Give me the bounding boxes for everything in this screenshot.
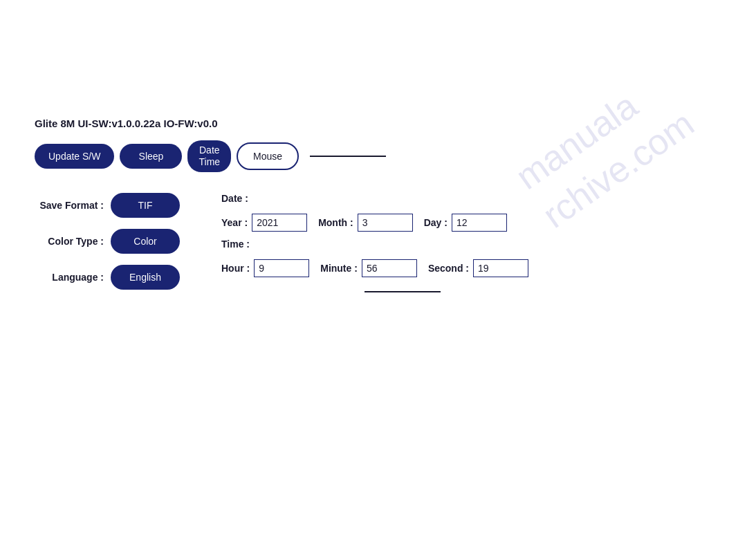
date-time-button[interactable]: Date Time	[187, 140, 231, 172]
top-buttons-row: Update S/W Sleep Date Time Mouse	[35, 140, 528, 172]
language-button[interactable]: English	[111, 265, 180, 290]
second-group: Second :	[428, 259, 528, 277]
time-row: Hour : Minute : Second :	[221, 259, 528, 277]
day-group: Day :	[424, 214, 507, 232]
time-section-label: Time :	[221, 239, 528, 250]
day-input[interactable]	[452, 214, 507, 232]
year-input[interactable]	[252, 214, 307, 232]
update-sw-button[interactable]: Update S/W	[35, 144, 114, 169]
second-label: Second :	[428, 263, 469, 274]
minute-label: Minute :	[320, 263, 358, 274]
language-label: Language :	[35, 272, 104, 283]
date-time-line1: Date	[199, 144, 220, 156]
hour-group: Hour :	[221, 259, 309, 277]
version-title: Glite 8M UI-SW:v1.0.0.22a IO-FW:v0.0	[35, 118, 528, 129]
date-time-line2: Time	[199, 156, 220, 167]
date-row: Year : Month : Day :	[221, 214, 528, 232]
hour-input[interactable]	[254, 259, 309, 277]
save-format-label: Save Format :	[35, 200, 104, 211]
color-type-row: Color Type : Color	[35, 229, 180, 254]
color-type-label: Color Type :	[35, 236, 104, 247]
watermark: manualarchive.com	[507, 62, 703, 239]
minute-group: Minute :	[320, 259, 417, 277]
date-section-label: Date :	[221, 193, 528, 204]
color-type-button[interactable]: Color	[111, 229, 180, 254]
top-divider-line	[310, 156, 386, 157]
content-area: Save Format : TIF Color Type : Color Lan…	[35, 193, 528, 292]
sleep-button[interactable]: Sleep	[120, 144, 182, 169]
left-panel: Save Format : TIF Color Type : Color Lan…	[35, 193, 180, 292]
language-row: Language : English	[35, 265, 180, 290]
mouse-button[interactable]: Mouse	[237, 142, 299, 170]
month-group: Month :	[318, 214, 413, 232]
month-label: Month :	[318, 217, 353, 228]
right-panel: Date : Year : Month : Day : Time :	[221, 193, 528, 292]
main-container: Glite 8M UI-SW:v1.0.0.22a IO-FW:v0.0 Upd…	[35, 118, 528, 292]
minute-input[interactable]	[362, 259, 417, 277]
hour-label: Hour :	[221, 263, 250, 274]
save-format-row: Save Format : TIF	[35, 193, 180, 218]
bottom-divider-line	[365, 291, 441, 292]
year-label: Year :	[221, 217, 248, 228]
year-group: Year :	[221, 214, 307, 232]
second-input[interactable]	[473, 259, 528, 277]
day-label: Day :	[424, 217, 448, 228]
save-format-button[interactable]: TIF	[111, 193, 180, 218]
month-input[interactable]	[358, 214, 413, 232]
